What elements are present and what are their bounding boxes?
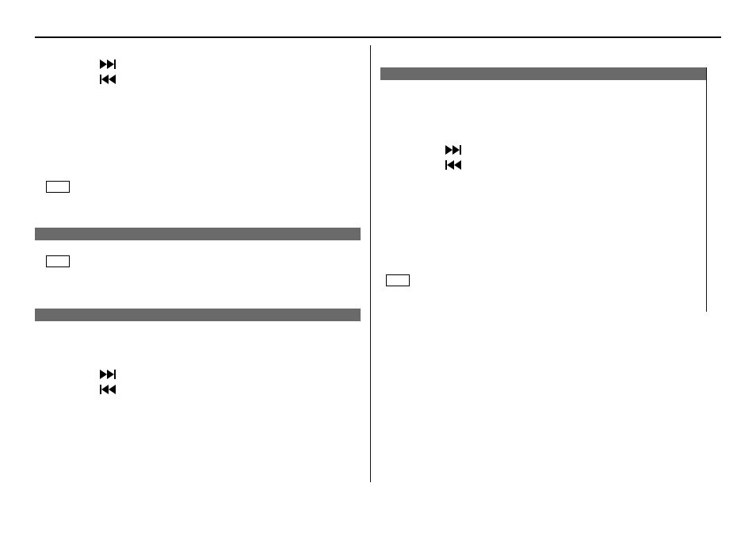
svg-marker-1 [107, 59, 114, 69]
prev-track-icon [445, 160, 464, 170]
page [0, 0, 756, 533]
svg-marker-17 [454, 160, 461, 170]
prev-track-icon [100, 75, 119, 84]
svg-rect-8 [114, 370, 116, 379]
top-horizontal-rule [35, 36, 721, 38]
column-divider-upper [370, 45, 371, 312]
next-track-icon [445, 145, 464, 155]
svg-rect-9 [100, 385, 101, 394]
svg-marker-0 [100, 59, 107, 69]
svg-marker-4 [101, 75, 109, 84]
svg-rect-2 [114, 59, 116, 69]
svg-marker-7 [107, 370, 114, 379]
next-track-icon [100, 59, 119, 69]
svg-marker-5 [109, 75, 116, 84]
left-section-header-2 [35, 309, 361, 321]
svg-marker-10 [101, 385, 109, 394]
svg-marker-11 [109, 385, 116, 394]
svg-marker-6 [100, 370, 107, 379]
column-divider-lower [370, 312, 371, 482]
svg-marker-13 [452, 145, 460, 155]
right-margin-rule [706, 67, 707, 312]
note-box-c [386, 274, 410, 286]
left-section-header-1 [35, 228, 361, 240]
svg-marker-12 [445, 145, 452, 155]
note-box-a [46, 181, 70, 193]
prev-track-icon [100, 385, 119, 394]
note-box-b [46, 255, 70, 267]
svg-rect-15 [445, 160, 447, 170]
right-section-header [380, 67, 706, 80]
svg-rect-14 [460, 145, 461, 155]
svg-rect-3 [100, 75, 101, 84]
next-track-icon [100, 370, 119, 379]
svg-marker-16 [447, 160, 454, 170]
